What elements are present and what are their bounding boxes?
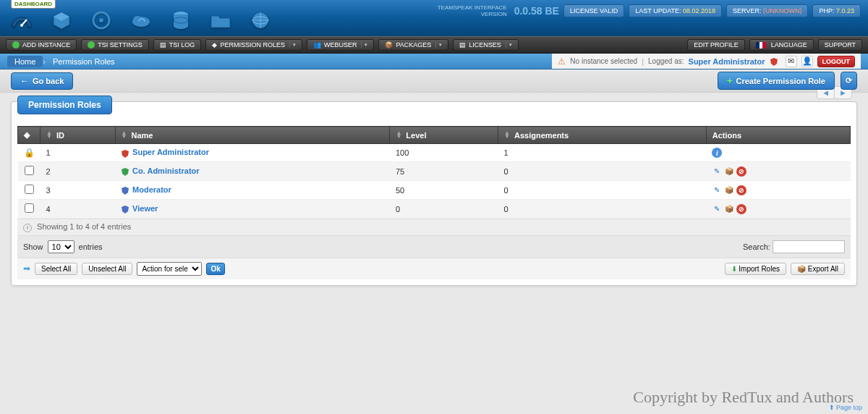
- table-info-bar: i Showing 1 to 4 of 4 entries: [17, 219, 851, 235]
- permission-roles-button[interactable]: ◆PERMISSION ROLES▾: [205, 39, 302, 51]
- info-icon: i: [23, 224, 32, 232]
- table-row: 2Co. Administrator750✎📦⊘: [18, 162, 851, 181]
- role-name-link[interactable]: Moderator: [132, 185, 171, 194]
- target-icon[interactable]: [90, 9, 112, 31]
- delete-action-icon[interactable]: ⊘: [736, 185, 746, 195]
- table-row: 3Moderator500✎📦⊘: [18, 181, 851, 200]
- col-check[interactable]: ◈: [18, 127, 41, 144]
- cell-level: 100: [390, 144, 498, 162]
- show-label: Show: [23, 242, 43, 251]
- entries-label: entries: [79, 242, 103, 251]
- col-assign[interactable]: ▲▼Assignements: [498, 127, 707, 144]
- add-instance-button[interactable]: ADD INSTANCE: [6, 39, 77, 51]
- role-name-link[interactable]: Super Administrator: [132, 148, 209, 156]
- cloud-sync-icon[interactable]: [130, 9, 152, 31]
- panel-title: Permission Roles: [17, 96, 112, 114]
- assign-action-icon[interactable]: 📦: [724, 185, 734, 195]
- assign-action-icon[interactable]: 📦: [724, 166, 734, 177]
- tsi-settings-button[interactable]: TSI SETTINGS: [81, 39, 149, 51]
- arrow-right-icon: ➡: [23, 263, 30, 274]
- dashboard-tab[interactable]: DASHBOARD: [11, 0, 56, 9]
- cell-assign: 1: [498, 144, 707, 162]
- col-name[interactable]: ▲▼Name: [115, 127, 390, 144]
- row-checkbox[interactable]: [25, 166, 34, 175]
- licenses-button[interactable]: ▤LICENSES▾: [453, 39, 519, 51]
- entries-select[interactable]: 10: [48, 240, 75, 253]
- cell-assign: 0: [498, 181, 707, 200]
- role-name-link[interactable]: Co. Administrator: [132, 166, 200, 175]
- edit-action-icon[interactable]: ✎: [712, 166, 722, 177]
- page-top-link[interactable]: Page top: [829, 404, 862, 411]
- folder-icon[interactable]: [210, 9, 231, 31]
- language-button[interactable]: LANGUAGE: [749, 39, 814, 51]
- edit-action-icon[interactable]: ✎: [712, 185, 722, 195]
- logout-button[interactable]: LOGOUT: [817, 56, 856, 67]
- roles-panel: Permission Roles ◄► ◈ ▲▼ID ▲▼Name ▲▼Leve…: [11, 101, 857, 286]
- table-row: 4Viewer00✎📦⊘: [18, 200, 851, 219]
- support-button[interactable]: SUPPORT: [818, 39, 862, 51]
- cell-level: 0: [390, 200, 498, 219]
- role-shield-icon: [121, 149, 129, 158]
- roles-table: ◈ ▲▼ID ▲▼Name ▲▼Level ▲▼Assignements Act…: [17, 126, 851, 219]
- select-all-button[interactable]: Select All: [35, 263, 77, 275]
- import-icon: ⬇: [731, 265, 737, 273]
- svg-point-3: [99, 18, 103, 22]
- footer-copyright: Copyright by RedTux and Authors: [633, 388, 854, 407]
- tsi-log-button[interactable]: ▤TSI LOG: [153, 39, 202, 51]
- create-role-button[interactable]: +Create Permission Role: [718, 72, 835, 90]
- export-all-button[interactable]: 📦 Export All: [791, 263, 845, 275]
- mail-icon[interactable]: ✉: [786, 56, 797, 67]
- col-level[interactable]: ▲▼Level: [390, 127, 498, 144]
- version-number: 0.0.58 BE: [514, 5, 559, 17]
- export-icon: 📦: [797, 265, 806, 273]
- php-badge[interactable]: PHP: 7.0.23: [812, 4, 861, 17]
- cell-level: 50: [390, 181, 498, 200]
- webuser-button[interactable]: 👥WEBUSER▾: [307, 39, 375, 51]
- breadcrumb-current[interactable]: Permission Roles: [46, 56, 122, 67]
- search-label: Search:: [743, 242, 770, 251]
- assign-action-icon[interactable]: 📦: [724, 204, 734, 214]
- info-action-icon[interactable]: i: [712, 148, 722, 158]
- cell-assign: 0: [498, 162, 707, 181]
- user-icon[interactable]: 👤: [801, 56, 813, 67]
- refresh-button[interactable]: ⟳: [841, 72, 857, 90]
- unselect-all-button[interactable]: Unselect All: [82, 263, 132, 275]
- refresh-icon: ⟳: [846, 76, 852, 85]
- bulk-ok-button[interactable]: Ok: [206, 263, 224, 275]
- warning-icon: ⚠: [558, 56, 566, 67]
- server-badge[interactable]: SERVER: (UNKNOWN): [726, 4, 808, 17]
- current-user[interactable]: Super Administrator: [689, 57, 765, 66]
- table-length-row: Show 10 entries Search:: [17, 235, 851, 258]
- bulk-action-select[interactable]: Action for selected...: [137, 262, 202, 276]
- search-input[interactable]: [773, 240, 845, 253]
- delete-action-icon[interactable]: ⊘: [736, 204, 746, 214]
- database-icon[interactable]: [170, 9, 192, 31]
- role-shield-icon: [121, 167, 129, 176]
- cell-id: 2: [41, 162, 116, 181]
- cell-level: 75: [390, 162, 498, 181]
- dashboard-gauge-icon[interactable]: [11, 9, 33, 31]
- delete-action-icon[interactable]: ⊘: [736, 166, 746, 177]
- edit-profile-button[interactable]: EDIT PROFILE: [687, 39, 744, 51]
- cube-icon[interactable]: [51, 9, 72, 31]
- row-checkbox[interactable]: [25, 203, 34, 213]
- breadcrumb-home[interactable]: Home: [7, 56, 43, 67]
- edit-action-icon[interactable]: ✎: [712, 204, 722, 214]
- bulk-action-row: ➡ Select All Unselect All Action for sel…: [17, 258, 851, 279]
- logged-as-label: Logged as:: [648, 57, 684, 65]
- packages-button[interactable]: 📦PACKAGES▾: [378, 39, 448, 51]
- row-checkbox[interactable]: [25, 185, 34, 194]
- world-icon[interactable]: [250, 9, 271, 31]
- cell-id: 1: [41, 144, 116, 162]
- col-id[interactable]: ▲▼ID: [41, 127, 116, 144]
- last-update-badge[interactable]: LAST UPDATE: 08.02.2018: [629, 4, 722, 17]
- go-back-button[interactable]: ←Go back: [11, 72, 73, 90]
- cell-id: 4: [41, 200, 116, 219]
- main-toolbar: ADD INSTANCE TSI SETTINGS ▤TSI LOG ◆PERM…: [0, 36, 868, 54]
- import-roles-button[interactable]: ⬇ Import Roles: [725, 263, 786, 275]
- role-name-link[interactable]: Viewer: [132, 204, 158, 213]
- product-name: TEAMSPEAK INTERFACE VERSION: [438, 4, 507, 17]
- license-badge[interactable]: LICENSE VALID: [563, 4, 624, 17]
- no-instance-text: No instance selected: [570, 57, 637, 65]
- lock-icon: 🔒: [24, 148, 35, 158]
